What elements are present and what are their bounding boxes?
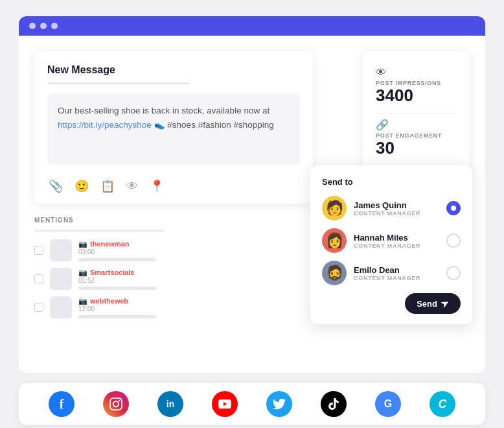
recipient-info-emilo: Emilo Dean CONTENT MANAGER xyxy=(354,265,439,281)
attach-icon[interactable]: 📎 xyxy=(49,179,63,193)
recipient-role-hannah: CONTENT MANAGER xyxy=(354,243,439,249)
tiktok-icon[interactable] xyxy=(321,391,347,417)
impressions-value: 3400 xyxy=(376,86,457,105)
mention-text-line-2 xyxy=(78,287,156,290)
recipient-row-emilo[interactable]: 🧔 Emilo Dean CONTENT MANAGER xyxy=(322,261,461,285)
engagement-stat: 🔗 POST ENGAGEMENT 30 xyxy=(376,113,457,163)
mention-avatar-2 xyxy=(50,268,72,290)
send-to-title: Send to xyxy=(322,177,461,187)
mention-platform-icon-3: 📷 xyxy=(78,297,87,305)
recipient-name-james: James Quinn xyxy=(354,200,439,210)
emoji-icon[interactable]: 🙂 xyxy=(74,179,89,193)
mention-checkbox-3[interactable] xyxy=(34,303,43,312)
message-text: Our best-selling shoe is back in stock, … xyxy=(58,104,290,132)
recipient-name-emilo: Emilo Dean xyxy=(354,265,439,275)
twitter-icon[interactable] xyxy=(266,391,292,417)
browser-dot-1 xyxy=(29,23,36,29)
linkedin-icon[interactable]: in xyxy=(157,391,183,417)
recipient-row-james[interactable]: 🧑 James Quinn CONTENT MANAGER xyxy=(322,196,461,220)
send-button[interactable]: Send ➤ xyxy=(405,293,461,314)
browser-dot-3 xyxy=(51,23,58,29)
facebook-icon[interactable]: f xyxy=(49,391,74,417)
social-bar: f in G C xyxy=(19,383,485,425)
mention-checkbox-2[interactable] xyxy=(34,274,43,283)
youtube-icon[interactable] xyxy=(212,391,238,417)
app-container: New Message Our best-selling shoe is bac… xyxy=(19,16,485,412)
radio-emilo[interactable] xyxy=(446,266,461,280)
radio-james[interactable] xyxy=(446,201,461,215)
recipient-role-james: CONTENT MANAGER xyxy=(354,210,439,217)
engagement-icon: 🔗 xyxy=(376,119,457,131)
new-message-card: New Message Our best-selling shoe is bac… xyxy=(34,51,313,204)
c-brand-icon[interactable]: C xyxy=(430,391,455,417)
engagement-value: 30 xyxy=(376,139,457,158)
avatar-emilo: 🧔 xyxy=(322,261,347,285)
browser-dot-2 xyxy=(40,23,47,29)
message-body-area[interactable]: Our best-selling shoe is back in stock, … xyxy=(47,93,300,165)
mention-platform-icon-1: 📷 xyxy=(78,240,87,248)
avatar-james: 🧑 xyxy=(322,196,347,220)
recipient-role-emilo: CONTENT MANAGER xyxy=(354,275,439,281)
visibility-icon[interactable]: 👁 xyxy=(126,180,138,193)
send-to-panel: Send to 🧑 James Quinn CONTENT MANAGER 👩 xyxy=(310,165,472,324)
message-link[interactable]: https://bit.ly/peachyshoe xyxy=(58,120,152,130)
recipient-row-hannah[interactable]: 👩 Hannah Miles CONTENT MANAGER xyxy=(322,228,461,253)
send-button-row: Send ➤ xyxy=(322,293,461,314)
mention-avatar-1 xyxy=(50,239,72,261)
avatar-hannah: 👩 xyxy=(322,228,347,253)
new-message-divider xyxy=(47,82,190,84)
recipient-info-james: James Quinn CONTENT MANAGER xyxy=(354,200,439,217)
mention-avatar-3 xyxy=(50,296,72,318)
location-icon[interactable]: 📍 xyxy=(150,179,164,193)
mention-text-line-3 xyxy=(78,315,156,318)
send-arrow-icon: ➤ xyxy=(439,297,451,310)
mentions-divider xyxy=(34,230,164,232)
browser-chrome xyxy=(19,16,485,36)
media-icon[interactable]: 📋 xyxy=(100,179,115,193)
mention-text-line-1 xyxy=(78,258,156,261)
recipient-name-hannah: Hannah Miles xyxy=(354,233,439,243)
recipient-info-hannah: Hannah Miles CONTENT MANAGER xyxy=(354,233,439,249)
google-icon[interactable]: G xyxy=(375,391,401,417)
instagram-icon[interactable] xyxy=(103,391,129,417)
impressions-stat: 👁 POST IMPRESSIONS 3400 xyxy=(376,62,457,110)
new-message-title: New Message xyxy=(47,64,300,76)
browser-body: New Message Our best-selling shoe is bac… xyxy=(19,36,485,373)
mention-checkbox-1[interactable] xyxy=(34,246,43,255)
stats-panel: 👁 POST IMPRESSIONS 3400 🔗 POST ENGAGEMEN… xyxy=(363,51,470,172)
impressions-icon: 👁 xyxy=(376,67,457,78)
mention-platform-icon-2: 📷 xyxy=(78,268,87,277)
radio-hannah[interactable] xyxy=(446,233,461,248)
message-toolbar: 📎 🙂 📋 👁 📍 xyxy=(47,175,300,193)
